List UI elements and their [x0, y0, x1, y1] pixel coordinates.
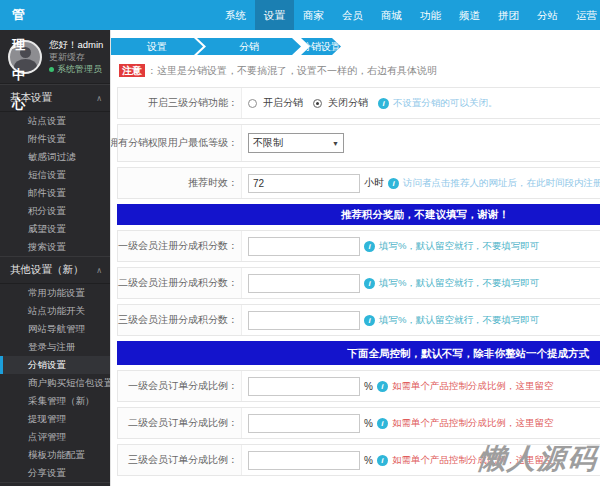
- l3-order-ratio-input[interactable]: [248, 451, 360, 470]
- field-hint: 不设置分销的可以关闭。: [393, 97, 498, 110]
- info-icon: i: [364, 278, 375, 289]
- percent-suffix: %: [364, 381, 373, 392]
- chevron-up-icon: ∧: [96, 266, 102, 275]
- row-label: 二级会员注册分成积分数：: [118, 268, 242, 298]
- sidebar-item[interactable]: 敏感词过滤: [0, 148, 110, 166]
- role-badge: 系统管理员: [49, 63, 103, 75]
- form-row-l3-register-points: 三级会员注册分成积分数： i 填写%，默认留空就行，不要填写即可: [117, 304, 600, 336]
- referral-ttl-input[interactable]: [248, 174, 360, 193]
- sidebar-item[interactable]: 搜索设置: [0, 238, 110, 256]
- row-label: 开启三级分销功能：: [118, 88, 242, 118]
- sidebar-section-header[interactable]: 其他设置（新）∧: [0, 256, 110, 284]
- nav-item[interactable]: 频道: [450, 0, 489, 30]
- topbar: 管理中心 系统设置商家会员商城功能频道拼团分站运营微信上门服务农家乐酒店: [0, 0, 600, 30]
- banner-global-control: 下面全局控制，默认不写，除非你整站一个提成方式: [117, 341, 600, 365]
- unit-suffix: 小时: [364, 176, 384, 190]
- form-row-l1-order-ratio: 一级会员订单分成比例： % i 如需单个产品控制分成比例，这里留空: [117, 370, 600, 402]
- form-row-l2-order-ratio: 二级会员订单分成比例： % i 如需单个产品控制分成比例，这里留空: [117, 407, 600, 439]
- sidebar-item[interactable]: 常用功能设置: [0, 284, 110, 302]
- radio-label[interactable]: 关闭分销: [328, 96, 368, 110]
- sidebar-item[interactable]: 点评管理: [0, 428, 110, 446]
- row-label: 三级会员注册分成积分数：: [118, 305, 242, 335]
- form-row-l2-register-points: 二级会员注册分成积分数： i 填写%，默认留空就行，不要填写即可: [117, 267, 600, 299]
- field-hint: 填写%，默认留空就行，不要填写即可: [379, 240, 539, 253]
- info-icon: i: [388, 178, 399, 189]
- row-label: 一级会员订单分成比例：: [118, 371, 242, 401]
- field-hint: 如需单个产品控制分成比例，这里留空: [392, 417, 554, 430]
- form-row-referral-ttl: 推荐时效： 小时 i 访问者点击推荐人的网址后，在此时间段内注册、下单，均认为是…: [117, 167, 600, 199]
- chevron-up-icon: ∧: [96, 94, 102, 103]
- nav-item[interactable]: 系统: [216, 0, 255, 30]
- info-icon: i: [377, 455, 388, 466]
- radio-close-distribution[interactable]: [313, 99, 322, 108]
- l2-register-points-input[interactable]: [248, 274, 360, 293]
- sidebar-item[interactable]: 分享设置: [0, 464, 110, 482]
- row-label: 三级会员订单分成比例：: [118, 445, 242, 475]
- field-hint: 填写%，默认留空就行，不要填写即可: [379, 277, 539, 290]
- l1-register-points-input[interactable]: [248, 237, 360, 256]
- sidebar-item[interactable]: 附件设置: [0, 130, 110, 148]
- watermark: 懒人源码: [476, 440, 600, 478]
- form-row-distribution-toggle: 开启三级分销功能： 开启分销 关闭分销 i 不设置分销的可以关闭。: [117, 87, 600, 119]
- field-hint: 如需单个产品控制分成比例，这里留空: [392, 380, 554, 393]
- nav-item[interactable]: 分站: [528, 0, 567, 30]
- notice-text: ：这里是分销设置，不要搞混了，设置不一样的，右边有具体说明: [147, 65, 437, 76]
- sidebar-item[interactable]: 积分设置: [0, 202, 110, 220]
- nav-item[interactable]: 会员: [333, 0, 372, 30]
- breadcrumb-tab[interactable]: 分销: [197, 38, 301, 55]
- online-dot-icon: [49, 67, 54, 72]
- l2-order-ratio-input[interactable]: [248, 414, 360, 433]
- sidebar-menu: 基本设置∧站点设置附件设置敏感词过滤短信设置邮件设置积分设置威望设置搜索设置其他…: [0, 84, 110, 486]
- info-icon: i: [377, 381, 388, 392]
- row-label: 一级会员注册分成积分数：: [118, 231, 242, 261]
- sidebar-item[interactable]: 网站导航管理: [0, 320, 110, 338]
- form-row-min-level: 拥有分销权限用户最低等级： 不限制▼: [117, 124, 600, 162]
- breadcrumb-tab[interactable]: 分销设置: [301, 38, 341, 55]
- sidebar-item[interactable]: 模板功能配置: [0, 446, 110, 464]
- main-content: 设置分销分销设置 注意：这里是分销设置，不要搞混了，设置不一样的，右边有具体说明…: [110, 30, 600, 486]
- chevron-down-icon: ▼: [332, 140, 339, 147]
- l1-order-ratio-input[interactable]: [248, 377, 360, 396]
- info-icon: i: [378, 98, 389, 109]
- nav-item[interactable]: 运营: [567, 0, 600, 30]
- nav-item[interactable]: 商城: [372, 0, 411, 30]
- sidebar-section-header[interactable]: 区域设置∨: [0, 482, 110, 486]
- top-nav: 系统设置商家会员商城功能频道拼团分站运营微信上门服务农家乐酒店: [216, 0, 600, 30]
- form-row-l1-register-points: 一级会员注册分成积分数： i 填写%，默认留空就行，不要填写即可: [117, 230, 600, 262]
- nav-item[interactable]: 拼团: [489, 0, 528, 30]
- sidebar-item[interactable]: 商户购买短信包设置: [0, 374, 110, 392]
- sidebar-item[interactable]: 分销设置: [0, 356, 110, 374]
- field-hint: 访问者点击推荐人的网址后，在此时间段内注册、下单，均认为是该推荐人所介绍的: [403, 177, 600, 190]
- field-hint: 填写%，默认留空就行，不要填写即可: [379, 314, 539, 327]
- sidebar-item[interactable]: 登录与注册: [0, 338, 110, 356]
- radio-open-distribution[interactable]: [248, 99, 257, 108]
- greeting: 您好！admin: [49, 39, 103, 51]
- info-icon: i: [377, 418, 388, 429]
- breadcrumb: 设置分销分销设置: [117, 38, 600, 55]
- percent-suffix: %: [364, 455, 373, 466]
- percent-suffix: %: [364, 418, 373, 429]
- radio-label[interactable]: 开启分销: [263, 96, 303, 110]
- sidebar-item[interactable]: 威望设置: [0, 220, 110, 238]
- row-label: 二级会员订单分成比例：: [118, 408, 242, 438]
- nav-item[interactable]: 商家: [294, 0, 333, 30]
- sidebar-item[interactable]: 短信设置: [0, 166, 110, 184]
- notice: 注意：这里是分销设置，不要搞混了，设置不一样的，右边有具体说明: [119, 64, 600, 78]
- notice-badge: 注意: [119, 64, 145, 77]
- row-label: 推荐时效：: [118, 168, 242, 198]
- banner-points-warning: 推荐积分奖励，不建议填写，谢谢！: [117, 204, 600, 225]
- nav-item[interactable]: 设置: [255, 0, 294, 30]
- info-icon: i: [364, 315, 375, 326]
- min-level-select[interactable]: 不限制▼: [248, 133, 344, 153]
- info-icon: i: [364, 241, 375, 252]
- sidebar-item[interactable]: 邮件设置: [0, 184, 110, 202]
- sidebar-item[interactable]: 采集管理（新）: [0, 392, 110, 410]
- sidebar-item[interactable]: 提现管理: [0, 410, 110, 428]
- refresh-cache-link[interactable]: 更新缓存: [49, 51, 103, 63]
- breadcrumb-tab[interactable]: 设置: [111, 38, 203, 55]
- app-logo: 管理中心: [0, 0, 26, 30]
- sidebar-item[interactable]: 站点功能开关: [0, 302, 110, 320]
- row-label: 拥有分销权限用户最低等级：: [118, 125, 242, 161]
- nav-item[interactable]: 功能: [411, 0, 450, 30]
- l3-register-points-input[interactable]: [248, 311, 360, 330]
